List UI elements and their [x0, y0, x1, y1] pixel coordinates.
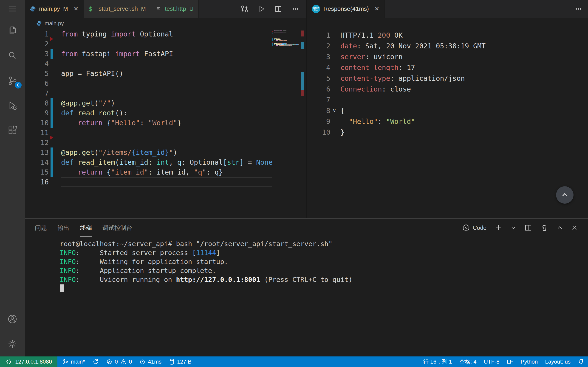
code-line: 9 "Hello": "World": [307, 116, 588, 127]
sidebar-item-run-debug[interactable]: [0, 95, 25, 116]
fold-chevron-icon[interactable]: ∨: [333, 107, 336, 114]
minimap-line: [286, 43, 287, 44]
minimap[interactable]: [272, 0, 306, 218]
line-number: 9: [311, 116, 330, 127]
terminal-profile-selector[interactable]: Code: [462, 224, 486, 232]
code-line: 8∨{: [307, 105, 588, 116]
new-terminal-icon[interactable]: [494, 224, 502, 232]
split-terminal-icon[interactable]: [524, 224, 532, 232]
panel-tab-terminal[interactable]: 终端: [80, 219, 92, 237]
minimap-line: [289, 45, 290, 46]
minimap-line: [296, 44, 298, 45]
git-branch-status[interactable]: main*: [59, 357, 88, 367]
branch-icon: [62, 359, 69, 365]
line-number: 4: [311, 62, 330, 73]
minimap-line: [276, 45, 278, 46]
search-icon: [7, 50, 18, 61]
panel-tab-debug-console[interactable]: 调试控制台: [103, 219, 132, 237]
menu-button[interactable]: [0, 0, 25, 18]
remote-icon: [6, 359, 12, 365]
settings-button[interactable]: [0, 334, 25, 354]
minimap-line: [274, 39, 275, 40]
git-modified-gutter: [51, 98, 53, 108]
chevron-down-icon[interactable]: [510, 225, 516, 231]
line-number: 6: [30, 78, 49, 88]
sync-button[interactable]: [89, 357, 103, 367]
response-size-status[interactable]: 127 B: [165, 357, 195, 367]
code-line: 8@app.get("/"): [25, 98, 272, 108]
line-number: 12: [30, 138, 49, 148]
minimap-line: [276, 39, 280, 40]
minimap-line: [278, 43, 282, 44]
code-line: 5app = FastAPI(): [25, 69, 272, 78]
minimap-line: [274, 35, 281, 35]
terminal-line: [60, 284, 353, 293]
code-line: 7: [25, 88, 272, 98]
line-number: 15: [30, 167, 49, 177]
minimap-gutter-mark: [272, 42, 273, 43]
terminal-output[interactable]: root@localhost:~/server_api# bash "/root…: [60, 240, 353, 293]
code-line: 12: [25, 138, 272, 148]
line-number: 3: [30, 49, 49, 59]
account-button[interactable]: [0, 309, 25, 329]
encoding-status[interactable]: UTF-8: [480, 357, 503, 367]
terminal-line: INFO: Started server process [11144]: [60, 248, 353, 257]
sidebar-item-search[interactable]: [0, 45, 25, 66]
bottom-panel: 问题 输出 终端 调试控制台 Code root@localhost:~/ser…: [25, 218, 588, 357]
close-panel-icon[interactable]: [571, 224, 578, 231]
line-number: 10: [30, 118, 49, 128]
minimap-gutter-mark: [272, 31, 273, 32]
problems-status[interactable]: 0 0: [103, 357, 136, 367]
minimap-line: [274, 31, 276, 31]
line-number: 11: [30, 128, 49, 138]
terminal-profile-label: Code: [473, 225, 486, 231]
panel-tab-output[interactable]: 输出: [57, 219, 69, 237]
minimap-gutter-mark: [272, 40, 273, 41]
current-line-highlight: [61, 177, 272, 187]
indentation-status[interactable]: 空格: 4: [456, 357, 480, 367]
line-number: 1: [30, 29, 49, 39]
line-number: 5: [30, 69, 49, 78]
minimap-gutter-mark: [272, 45, 273, 46]
code-line: 14def read_item(item_id: int, q: Optiona…: [25, 157, 272, 167]
response-viewer[interactable]: 1HTTP/1.1 200 OK2date: Sat, 20 Nov 2021 …: [307, 0, 588, 218]
code-line: 2: [25, 39, 272, 49]
sidebar-item-source-control[interactable]: 6: [0, 71, 25, 91]
git-modified-gutter: [51, 118, 53, 128]
git-modified-gutter: [51, 49, 53, 59]
editor-group-left: main.py M ✕ $_ start_server.sh M test.ht…: [25, 0, 306, 218]
warnings-icon: [120, 359, 127, 365]
maximize-panel-icon[interactable]: [556, 224, 563, 231]
git-modified-gutter: [51, 157, 53, 167]
database-icon: [169, 359, 175, 365]
response-time-status[interactable]: 41ms: [136, 357, 165, 367]
code-editor-main-py[interactable]: 1from typing import Optional23from fasta…: [25, 0, 272, 218]
code-line: 1from typing import Optional: [25, 29, 272, 39]
minimap-line: [279, 38, 280, 39]
code-line: 7: [307, 94, 588, 105]
remote-indicator[interactable]: 127.0.0.1:8080: [0, 357, 57, 367]
line-number: 16: [30, 177, 49, 187]
minimap-line: [280, 39, 281, 40]
git-modified-gutter: [51, 167, 53, 177]
code-line: 5content-type: application/json: [307, 73, 588, 84]
notifications-bell[interactable]: [574, 357, 588, 367]
minimap-line: [276, 44, 280, 45]
sidebar-item-extensions[interactable]: [0, 120, 25, 140]
code-line: 3from fastapi import FastAPI: [25, 49, 272, 59]
minimap-line: [280, 33, 283, 33]
eol-status[interactable]: LF: [503, 357, 517, 367]
scroll-to-top-button[interactable]: [556, 186, 573, 204]
cursor-position-status[interactable]: 行 16，列 1: [419, 357, 456, 367]
kill-terminal-icon[interactable]: [540, 224, 548, 232]
line-number: 1: [311, 30, 330, 41]
minimap-gutter-mark: [272, 33, 273, 33]
panel-tab-problems[interactable]: 问题: [35, 219, 47, 237]
language-mode-status[interactable]: Python: [517, 357, 542, 367]
keyboard-layout-status[interactable]: Layout: us: [541, 357, 574, 367]
line-number: 2: [30, 39, 49, 49]
line-number: 7: [311, 94, 330, 105]
minimap-line: [287, 44, 293, 45]
terminal-line: INFO: Uvicorn running on http://127.0.0.…: [60, 275, 353, 284]
sidebar-item-explorer[interactable]: [0, 20, 25, 40]
